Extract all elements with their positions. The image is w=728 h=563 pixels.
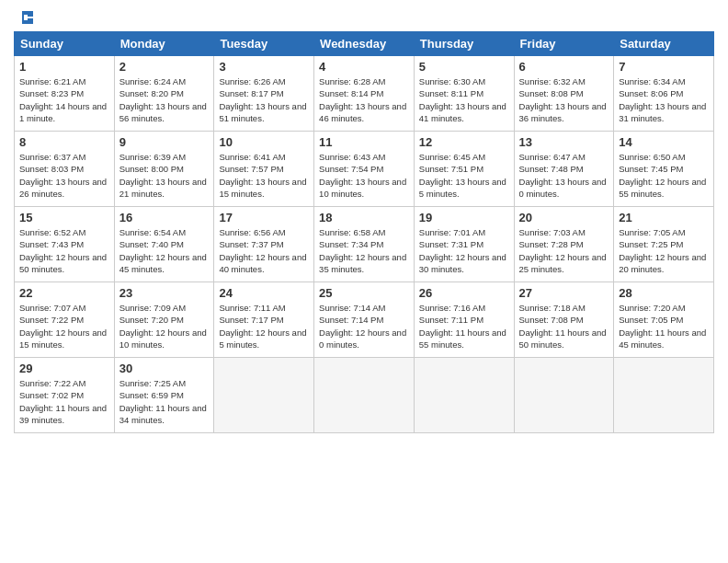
day-info: Sunrise: 6:37 AMSunset: 8:03 PMDaylight:… xyxy=(19,151,109,200)
day-number: 7 xyxy=(619,60,709,74)
day-header-saturday: Saturday xyxy=(614,32,714,56)
day-info: Sunrise: 7:03 AMSunset: 7:28 PMDaylight:… xyxy=(519,226,609,275)
day-number: 29 xyxy=(19,362,109,375)
day-number: 9 xyxy=(119,135,210,149)
day-info: Sunrise: 6:47 AMSunset: 7:48 PMDaylight:… xyxy=(519,151,609,200)
calendar-cell: 10Sunrise: 6:41 AMSunset: 7:57 PMDayligh… xyxy=(214,132,314,207)
calendar-cell xyxy=(614,358,714,433)
day-info: Sunrise: 7:16 AMSunset: 7:11 PMDaylight:… xyxy=(419,302,509,350)
calendar-cell: 17Sunrise: 6:56 AMSunset: 7:37 PMDayligh… xyxy=(214,207,314,282)
day-number: 21 xyxy=(619,211,709,224)
day-info: Sunrise: 6:28 AMSunset: 8:14 PMDaylight:… xyxy=(319,75,409,124)
calendar-cell: 30Sunrise: 7:25 AMSunset: 6:59 PMDayligh… xyxy=(114,358,214,433)
day-info: Sunrise: 6:30 AMSunset: 8:11 PMDaylight:… xyxy=(419,75,509,124)
logo xyxy=(14,9,35,24)
calendar-cell: 4Sunrise: 6:28 AMSunset: 8:14 PMDaylight… xyxy=(314,56,415,132)
day-info: Sunrise: 6:32 AMSunset: 8:08 PMDaylight:… xyxy=(519,75,609,124)
header-row: SundayMondayTuesdayWednesdayThursdayFrid… xyxy=(15,32,714,56)
day-number: 3 xyxy=(219,60,309,74)
calendar-cell: 14Sunrise: 6:50 AMSunset: 7:45 PMDayligh… xyxy=(614,132,714,207)
week-row-1: 1Sunrise: 6:21 AMSunset: 8:23 PMDaylight… xyxy=(15,56,714,132)
calendar-cell: 20Sunrise: 7:03 AMSunset: 7:28 PMDayligh… xyxy=(514,207,614,282)
day-info: Sunrise: 7:11 AMSunset: 7:17 PMDaylight:… xyxy=(219,302,309,350)
day-info: Sunrise: 6:43 AMSunset: 7:54 PMDaylight:… xyxy=(319,151,409,200)
day-header-sunday: Sunday xyxy=(15,32,115,56)
day-number: 8 xyxy=(19,135,109,149)
calendar-cell xyxy=(214,358,314,433)
calendar-cell: 19Sunrise: 7:01 AMSunset: 7:31 PMDayligh… xyxy=(414,207,514,282)
day-info: Sunrise: 7:18 AMSunset: 7:08 PMDaylight:… xyxy=(519,302,609,350)
day-info: Sunrise: 7:22 AMSunset: 7:02 PMDaylight:… xyxy=(19,377,109,426)
day-header-wednesday: Wednesday xyxy=(314,32,415,56)
day-number: 23 xyxy=(119,286,210,300)
day-number: 15 xyxy=(19,211,109,224)
calendar-cell: 9Sunrise: 6:39 AMSunset: 8:00 PMDaylight… xyxy=(114,132,214,207)
calendar-cell: 1Sunrise: 6:21 AMSunset: 8:23 PMDaylight… xyxy=(15,56,115,132)
day-info: Sunrise: 7:09 AMSunset: 7:20 PMDaylight:… xyxy=(119,302,210,350)
day-number: 6 xyxy=(519,60,609,74)
day-info: Sunrise: 6:41 AMSunset: 7:57 PMDaylight:… xyxy=(219,151,309,200)
day-number: 5 xyxy=(419,60,509,74)
calendar-cell: 11Sunrise: 6:43 AMSunset: 7:54 PMDayligh… xyxy=(314,132,415,207)
day-number: 10 xyxy=(219,135,309,149)
day-number: 2 xyxy=(119,60,210,74)
calendar-cell: 15Sunrise: 6:52 AMSunset: 7:43 PMDayligh… xyxy=(15,207,115,282)
day-header-monday: Monday xyxy=(114,32,214,56)
calendar-cell: 16Sunrise: 6:54 AMSunset: 7:40 PMDayligh… xyxy=(114,207,214,282)
day-info: Sunrise: 7:07 AMSunset: 7:22 PMDaylight:… xyxy=(19,302,109,350)
day-info: Sunrise: 6:34 AMSunset: 8:06 PMDaylight:… xyxy=(619,75,709,124)
calendar-cell: 29Sunrise: 7:22 AMSunset: 7:02 PMDayligh… xyxy=(15,358,115,433)
calendar-cell: 5Sunrise: 6:30 AMSunset: 8:11 PMDaylight… xyxy=(414,56,514,132)
calendar-cell: 6Sunrise: 6:32 AMSunset: 8:08 PMDaylight… xyxy=(514,56,614,132)
week-row-3: 15Sunrise: 6:52 AMSunset: 7:43 PMDayligh… xyxy=(15,207,714,282)
day-info: Sunrise: 7:14 AMSunset: 7:14 PMDaylight:… xyxy=(319,302,409,350)
day-number: 25 xyxy=(319,286,409,300)
day-number: 24 xyxy=(219,286,309,300)
calendar-cell xyxy=(414,358,514,433)
day-header-tuesday: Tuesday xyxy=(214,32,314,56)
calendar-cell: 7Sunrise: 6:34 AMSunset: 8:06 PMDaylight… xyxy=(614,56,714,132)
calendar-cell: 26Sunrise: 7:16 AMSunset: 7:11 PMDayligh… xyxy=(414,282,514,358)
main-container: SundayMondayTuesdayWednesdayThursdayFrid… xyxy=(0,0,728,442)
day-info: Sunrise: 6:39 AMSunset: 8:00 PMDaylight:… xyxy=(119,151,210,200)
day-info: Sunrise: 6:45 AMSunset: 7:51 PMDaylight:… xyxy=(419,151,509,200)
week-row-2: 8Sunrise: 6:37 AMSunset: 8:03 PMDaylight… xyxy=(15,132,714,207)
day-number: 4 xyxy=(319,60,409,74)
logo-icon xyxy=(15,7,35,28)
calendar-cell: 24Sunrise: 7:11 AMSunset: 7:17 PMDayligh… xyxy=(214,282,314,358)
calendar-cell: 18Sunrise: 6:58 AMSunset: 7:34 PMDayligh… xyxy=(314,207,415,282)
day-info: Sunrise: 6:56 AMSunset: 7:37 PMDaylight:… xyxy=(219,226,309,275)
calendar-cell: 23Sunrise: 7:09 AMSunset: 7:20 PMDayligh… xyxy=(114,282,214,358)
day-info: Sunrise: 6:54 AMSunset: 7:40 PMDaylight:… xyxy=(119,226,210,275)
day-info: Sunrise: 7:25 AMSunset: 6:59 PMDaylight:… xyxy=(119,377,210,426)
calendar-cell: 2Sunrise: 6:24 AMSunset: 8:20 PMDaylight… xyxy=(114,56,214,132)
calendar-cell xyxy=(514,358,614,433)
calendar-cell: 28Sunrise: 7:20 AMSunset: 7:05 PMDayligh… xyxy=(614,282,714,358)
calendar-cell: 22Sunrise: 7:07 AMSunset: 7:22 PMDayligh… xyxy=(15,282,115,358)
day-info: Sunrise: 6:58 AMSunset: 7:34 PMDaylight:… xyxy=(319,226,409,275)
day-info: Sunrise: 6:24 AMSunset: 8:20 PMDaylight:… xyxy=(119,75,210,124)
calendar-cell: 27Sunrise: 7:18 AMSunset: 7:08 PMDayligh… xyxy=(514,282,614,358)
week-row-4: 22Sunrise: 7:07 AMSunset: 7:22 PMDayligh… xyxy=(15,282,714,358)
day-number: 20 xyxy=(519,211,609,224)
day-info: Sunrise: 7:20 AMSunset: 7:05 PMDaylight:… xyxy=(619,302,709,350)
day-number: 18 xyxy=(319,211,409,224)
calendar-cell: 21Sunrise: 7:05 AMSunset: 7:25 PMDayligh… xyxy=(614,207,714,282)
week-row-5: 29Sunrise: 7:22 AMSunset: 7:02 PMDayligh… xyxy=(15,358,714,433)
calendar-table: SundayMondayTuesdayWednesdayThursdayFrid… xyxy=(14,31,714,433)
calendar-cell: 12Sunrise: 6:45 AMSunset: 7:51 PMDayligh… xyxy=(414,132,514,207)
day-info: Sunrise: 7:01 AMSunset: 7:31 PMDaylight:… xyxy=(419,226,509,275)
day-info: Sunrise: 6:26 AMSunset: 8:17 PMDaylight:… xyxy=(219,75,309,124)
day-number: 1 xyxy=(19,60,109,74)
day-number: 27 xyxy=(519,286,609,300)
calendar-cell: 25Sunrise: 7:14 AMSunset: 7:14 PMDayligh… xyxy=(314,282,415,358)
day-info: Sunrise: 6:21 AMSunset: 8:23 PMDaylight:… xyxy=(19,75,109,124)
day-number: 12 xyxy=(419,135,509,149)
day-header-thursday: Thursday xyxy=(414,32,514,56)
day-info: Sunrise: 7:05 AMSunset: 7:25 PMDaylight:… xyxy=(619,226,709,275)
day-number: 26 xyxy=(419,286,509,300)
day-number: 22 xyxy=(19,286,109,300)
day-header-friday: Friday xyxy=(514,32,614,56)
day-number: 28 xyxy=(619,286,709,300)
header xyxy=(14,9,714,24)
